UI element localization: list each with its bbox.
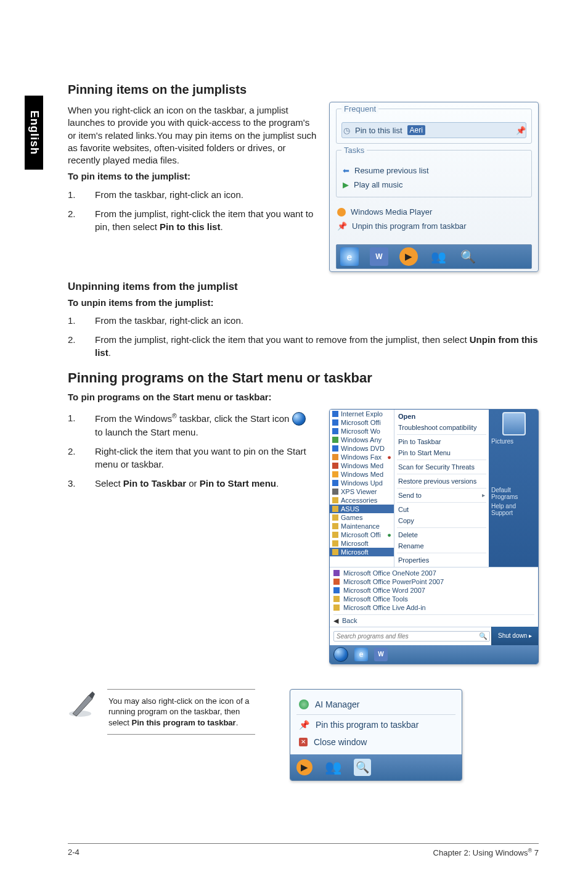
search-icon: 🔍 — [479, 632, 488, 640]
shutdown-button[interactable]: Shut down ▸ — [491, 627, 538, 645]
ctx-troubleshoot[interactable]: Troubleshoot compatibility — [397, 422, 486, 433]
unpin-step-1: 1. From the taskbar, right-click an icon… — [68, 314, 539, 327]
start-orb-icon — [292, 412, 306, 426]
wmp-icon — [337, 208, 346, 217]
list-item[interactable]: Windows Med — [330, 461, 394, 470]
wmp-taskbar-icon[interactable]: ▶ — [399, 247, 418, 266]
ctx-rename[interactable]: Rename — [397, 540, 486, 551]
note-text: You may also right-click on the icon of … — [107, 689, 255, 735]
magnify-icon[interactable]: 🔍 — [354, 759, 371, 776]
recent-item[interactable]: Microsoft Office PowerPoint 2007 — [333, 577, 534, 586]
list-item[interactable]: Accessories — [330, 496, 394, 505]
ctx-delete[interactable]: Delete — [397, 529, 486, 540]
pin-icon[interactable]: 📌 — [516, 126, 525, 134]
magnify-icon[interactable]: 🔍 — [459, 247, 477, 266]
ctx-properties[interactable]: Properties — [397, 555, 486, 566]
jumplist-tasks-group: Tasks ⬅ Resume previous list ▶ Play all … — [336, 150, 532, 197]
clock-icon: ◷ — [343, 126, 350, 135]
start-back[interactable]: ◀Back — [333, 616, 534, 625]
ctx-restore[interactable]: Restore previous versions — [397, 476, 486, 487]
users-icon[interactable]: 👥 — [325, 759, 341, 775]
screenshot-jumplist: Frequent ◷ Pin to this list Aeri 📌 Tasks — [329, 102, 539, 272]
list-item[interactable]: XPS Viewer — [330, 487, 394, 496]
screenshot-taskbar-context: AI Manager 📌 Pin this program to taskbar… — [290, 689, 462, 781]
play-icon: ▶ — [343, 180, 349, 189]
list-item[interactable]: Windows Med — [330, 470, 394, 479]
unpin-step-2: 2. From the jumplist, right-click the it… — [68, 333, 539, 359]
ai-manager-icon — [299, 699, 309, 709]
start-search-input[interactable] — [333, 631, 490, 642]
taskbar-strip: e W ▶ 👥 🔍 — [336, 244, 532, 269]
recent-item[interactable]: Microsoft Office Tools — [333, 595, 534, 603]
start-right-panel: Pictures Default Programs Help and Suppo… — [489, 410, 538, 567]
right-default-programs[interactable]: Default Programs — [491, 487, 538, 500]
ctx-pin-taskbar[interactable]: Pin to Taskbar — [397, 436, 486, 447]
recent-item[interactable]: Microsoft Office OneNote 2007 — [333, 569, 534, 577]
word-icon[interactable]: W — [370, 247, 388, 266]
list-item[interactable]: Microsoft Offi — [330, 418, 394, 427]
list-item[interactable]: Microsoft — [330, 539, 394, 548]
list-item[interactable]: Windows DVD — [330, 444, 394, 453]
jumplist-frequent-label: Frequent — [341, 104, 378, 113]
unpin-icon: 📌 — [337, 221, 347, 231]
list-item[interactable]: Microsoft Offi● — [330, 530, 394, 539]
start-taskbar: e W — [330, 645, 538, 664]
ctx-pin-startmenu[interactable]: Pin to Start Menu — [397, 447, 486, 458]
page-number: 2-4 — [68, 848, 80, 857]
ctx-open[interactable]: Open — [397, 411, 486, 422]
jumplist-pinned-item[interactable]: ◷ Pin to this list Aeri 📌 — [341, 122, 526, 138]
ctx-pin-program[interactable]: 📌 Pin this program to taskbar — [296, 716, 455, 733]
ctx-close-window[interactable]: ✕ Close window — [296, 733, 455, 751]
list-item[interactable]: Microsoft Wo — [330, 427, 394, 435]
list-item[interactable]: Maintenance — [330, 522, 394, 530]
jumplist-unpin[interactable]: 📌 Unpin this program from taskbar — [336, 219, 532, 233]
pin-icon: 📌 — [299, 720, 309, 730]
prog-step-1: 1. From the Windows® taskbar, click the … — [68, 411, 317, 439]
list-item-selected[interactable]: ASUS — [330, 505, 394, 513]
jumplist-resume[interactable]: ⬅ Resume previous list — [341, 163, 526, 178]
start-recent-list: Microsoft Office OneNote 2007 Microsoft … — [330, 567, 538, 627]
heading-unpin-jumplist: Unpinning items from the jumplist — [68, 281, 539, 293]
list-item[interactable]: Internet Explo — [330, 410, 394, 418]
jumplist-play-all[interactable]: ▶ Play all music — [341, 178, 526, 192]
jumplist-program-group: Windows Media Player 📌 Unpin this progra… — [336, 204, 532, 238]
ie-icon[interactable]: e — [354, 648, 368, 661]
page: Pinning items on the jumplists When you … — [0, 0, 588, 887]
users-icon[interactable]: 👥 — [429, 247, 447, 266]
pin-step-2: 2. From the jumplist, right-click the it… — [68, 207, 317, 233]
list-item[interactable]: Windows Fax● — [330, 453, 394, 461]
word-icon[interactable]: W — [374, 648, 388, 661]
ctx-ai-manager[interactable]: AI Manager — [296, 696, 455, 713]
list-item[interactable]: Windows Any — [330, 435, 394, 444]
ctx-sendto[interactable]: Send to▸ — [397, 490, 486, 501]
list-item[interactable]: Windows Upd — [330, 479, 394, 487]
to-pin-programs-heading: To pin programs on the Start menu or tas… — [68, 391, 539, 403]
right-help[interactable]: Help and Support — [491, 503, 538, 516]
page-footer: 2-4 Chapter 2: Using Windows® 7 — [68, 843, 539, 857]
recent-item[interactable]: Microsoft Office Word 2007 — [333, 586, 534, 595]
jumplist-tasks-label: Tasks — [341, 146, 367, 155]
recent-item[interactable]: Microsoft Office Live Add-in — [333, 603, 534, 612]
back-arrow-icon: ◀ — [333, 617, 338, 625]
list-item[interactable]: Games — [330, 513, 394, 522]
to-unpin-jumplist-heading: To unpin items from the jumplist: — [68, 297, 539, 309]
ie-icon[interactable]: e — [340, 247, 359, 266]
list-item-selected[interactable]: Microsoft — [330, 548, 394, 556]
ctx-taskbar: ▶ 👥 🔍 — [290, 754, 462, 780]
wmp-taskbar-icon[interactable]: ▶ — [296, 759, 312, 775]
ctx-scan[interactable]: Scan for Security Threats — [397, 461, 486, 472]
ctx-cut[interactable]: Cut — [397, 504, 486, 515]
start-program-list: Internet Explo Microsoft Offi Microsoft … — [330, 410, 394, 567]
intro-paragraph: When you right-click an icon on the task… — [68, 104, 317, 167]
note-pen-icon — [68, 689, 97, 719]
close-icon: ✕ — [299, 738, 308, 746]
pin-step-1: 1. From the taskbar, right-click an icon… — [68, 188, 317, 201]
back-arrow-icon: ⬅ — [343, 166, 349, 175]
ctx-copy[interactable]: Copy — [397, 515, 486, 526]
heading-pin-programs: Pinning programs on the Start menu or ta… — [68, 370, 539, 386]
start-orb-icon[interactable] — [333, 647, 348, 662]
right-pictures[interactable]: Pictures — [491, 438, 513, 445]
jumplist-wmp[interactable]: Windows Media Player — [336, 205, 532, 219]
jumplist-frequent-group: Frequent ◷ Pin to this list Aeri 📌 — [336, 109, 532, 144]
user-avatar[interactable] — [502, 412, 526, 435]
